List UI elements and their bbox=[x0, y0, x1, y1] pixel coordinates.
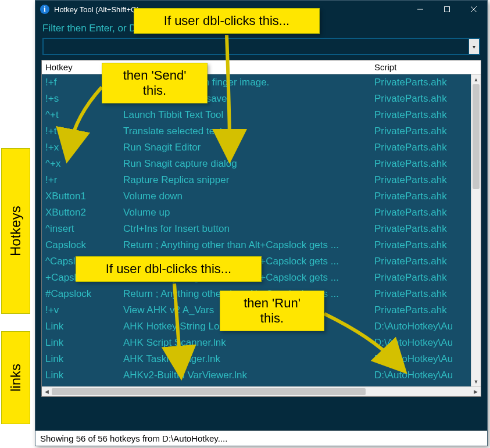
scroll-right-arrow-icon[interactable]: ▶ bbox=[471, 387, 481, 396]
cell-desc: AHK Script Scanner.lnk bbox=[120, 335, 371, 351]
filter-input[interactable] bbox=[44, 39, 468, 54]
side-label-links: links bbox=[1, 331, 30, 424]
cell-script: PrivateParts.ahk bbox=[371, 270, 481, 286]
cell-script: D:\AutoHotkey\Au bbox=[371, 367, 481, 384]
cell-script: PrivateParts.ahk bbox=[371, 205, 481, 221]
table-row[interactable]: XButton2Volume upPrivateParts.ahk bbox=[42, 205, 481, 221]
table-row[interactable]: CapslockReturn ; Anything other than Alt… bbox=[42, 237, 481, 253]
callout-run-this: then 'Run' this. bbox=[220, 291, 324, 331]
cell-hotkey: Link bbox=[42, 367, 120, 384]
cell-desc: Run Snagit capture dialog bbox=[120, 156, 371, 172]
column-header-script[interactable]: Script bbox=[371, 61, 481, 73]
horizontal-scroll-thumb[interactable] bbox=[52, 388, 366, 395]
vertical-scrollbar[interactable]: ▲ ▼ bbox=[471, 74, 481, 386]
status-bar: Showing 56 of 56 hotkeys from D:\AutoHot… bbox=[35, 431, 487, 446]
table-row[interactable]: !+rRapture Replica snipperPrivateParts.a… bbox=[42, 172, 481, 188]
cell-script: PrivateParts.ahk bbox=[371, 221, 481, 237]
hotkey-listview[interactable]: Hotkey Script !+fPoint at Mouse with fin… bbox=[41, 60, 481, 397]
cell-desc: Launch Tibbit Text Tool bbox=[120, 107, 371, 123]
cell-script: PrivateParts.ahk bbox=[371, 188, 481, 205]
table-row[interactable]: XButton1Volume downPrivateParts.ahk bbox=[42, 188, 481, 205]
cell-hotkey: !+t bbox=[42, 123, 120, 139]
table-row[interactable]: LinkAHK Script Scanner.lnkD:\AutoHotkey\… bbox=[42, 335, 481, 351]
cell-hotkey: XButton1 bbox=[42, 188, 120, 205]
table-row[interactable]: !+xRun Snagit EditorPrivateParts.ahk bbox=[42, 139, 481, 156]
cell-hotkey: Link bbox=[42, 318, 120, 335]
side-label-hotkeys: Hotkeys bbox=[1, 148, 30, 314]
cell-script: PrivateParts.ahk bbox=[371, 286, 481, 302]
cell-script: PrivateParts.ahk bbox=[371, 91, 481, 107]
cell-hotkey: !+r bbox=[42, 172, 120, 188]
scroll-left-arrow-icon[interactable]: ◀ bbox=[42, 387, 52, 396]
cell-script: PrivateParts.ahk bbox=[371, 302, 481, 318]
cell-script: D:\AutoHotkey\Au bbox=[371, 351, 481, 367]
scroll-up-arrow-icon[interactable]: ▲ bbox=[471, 74, 481, 84]
callout-dblclick-bottom: If user dbl-clicks this... bbox=[76, 256, 262, 282]
minimize-button[interactable] bbox=[407, 1, 434, 18]
cell-script: PrivateParts.ahk bbox=[371, 253, 481, 270]
app-icon: i bbox=[40, 5, 49, 14]
cell-hotkey: ^insert bbox=[42, 221, 120, 237]
cell-desc: AHKv2-BuiltIn VarViewer.lnk bbox=[120, 367, 371, 384]
cell-script: PrivateParts.ahk bbox=[371, 123, 481, 139]
cell-script: PrivateParts.ahk bbox=[371, 139, 481, 156]
cell-hotkey: XButton2 bbox=[42, 205, 120, 221]
cell-desc: AHK TaskManager.lnk bbox=[120, 351, 371, 367]
cell-hotkey: ^+x bbox=[42, 156, 120, 172]
cell-hotkey: ^+t bbox=[42, 107, 120, 123]
cell-hotkey: Capslock bbox=[42, 237, 120, 253]
horizontal-scrollbar[interactable]: ◀ ▶ bbox=[42, 386, 481, 396]
vertical-scroll-thumb[interactable] bbox=[473, 84, 480, 189]
cell-desc: Ctrl+Ins for Insert button bbox=[120, 221, 371, 237]
table-row[interactable]: LinkAHKv2-BuiltIn VarViewer.lnkD:\AutoHo… bbox=[42, 367, 481, 384]
cell-hotkey: Link bbox=[42, 335, 120, 351]
list-body: !+fPoint at Mouse with finger image.Priv… bbox=[42, 74, 481, 386]
cell-desc: Run Snagit Editor bbox=[120, 139, 371, 156]
filter-combobox[interactable]: ▾ bbox=[42, 38, 480, 55]
callout-dblclick-top: If user dbl-clicks this... bbox=[134, 8, 320, 34]
cell-script: PrivateParts.ahk bbox=[371, 74, 481, 91]
cell-desc: Return ; Anything other than Alt+Capsloc… bbox=[120, 237, 371, 253]
table-row[interactable]: LinkAHK TaskManager.lnkD:\AutoHotkey\Au bbox=[42, 351, 481, 367]
cell-script: PrivateParts.ahk bbox=[371, 172, 481, 188]
table-row[interactable]: ^+xRun Snagit capture dialogPrivateParts… bbox=[42, 156, 481, 172]
cell-script: PrivateParts.ahk bbox=[371, 156, 481, 172]
cell-desc: Rapture Replica snipper bbox=[120, 172, 371, 188]
cell-hotkey: !+x bbox=[42, 139, 120, 156]
table-row[interactable]: ^insertCtrl+Ins for Insert buttonPrivate… bbox=[42, 221, 481, 237]
combobox-dropdown-button[interactable]: ▾ bbox=[468, 39, 479, 54]
cell-script: PrivateParts.ahk bbox=[371, 107, 481, 123]
scroll-down-arrow-icon[interactable]: ▼ bbox=[471, 377, 481, 386]
cell-hotkey: !+v bbox=[42, 302, 120, 318]
close-button[interactable] bbox=[460, 1, 487, 18]
cell-desc: Volume up bbox=[120, 205, 371, 221]
table-row[interactable]: !+tTranslate selected textPrivateParts.a… bbox=[42, 123, 481, 139]
callout-send-this: then 'Send' this. bbox=[102, 63, 208, 103]
svg-rect-1 bbox=[445, 7, 450, 12]
cell-script: D:\AutoHotkey\Au bbox=[371, 335, 481, 351]
cell-hotkey: Link bbox=[42, 351, 120, 367]
table-row[interactable]: ^+tLaunch Tibbit Text ToolPrivateParts.a… bbox=[42, 107, 481, 123]
cell-hotkey: #Capslock bbox=[42, 286, 120, 302]
chevron-down-icon: ▾ bbox=[473, 44, 475, 50]
cell-desc: Volume down bbox=[120, 188, 371, 205]
cell-desc: Translate selected text bbox=[120, 123, 371, 139]
maximize-button[interactable] bbox=[434, 1, 460, 18]
cell-script: PrivateParts.ahk bbox=[371, 237, 481, 253]
cell-script: D:\AutoHotkey\Au bbox=[371, 318, 481, 335]
